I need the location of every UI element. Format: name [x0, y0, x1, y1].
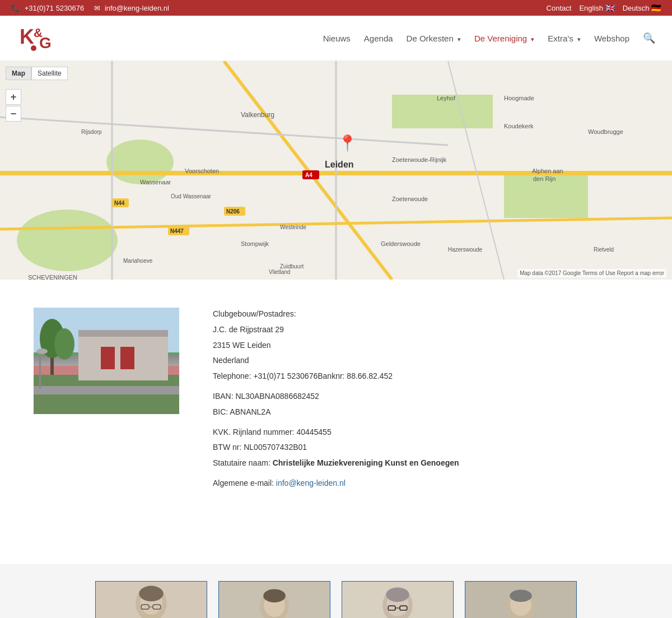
- top-bar: 📞 +31(0)71 5230676 ✉ info@keng-leiden.nl…: [0, 0, 672, 16]
- svg-text:Zoeterwoude-Rijnijk: Zoeterwoude-Rijnijk: [392, 156, 447, 163]
- person-svg-1: [96, 581, 207, 618]
- svg-rect-58: [34, 386, 179, 394]
- svg-text:Rietveld: Rietveld: [594, 247, 614, 253]
- logo-container[interactable]: K & G: [17, 21, 56, 55]
- svg-point-90: [510, 589, 532, 602]
- address-country: Nederland: [213, 354, 638, 368]
- svg-text:N206: N206: [226, 208, 240, 215]
- svg-text:Rijsdorp: Rijsdorp: [81, 129, 102, 135]
- person-card-2[interactable]: [218, 581, 330, 618]
- nav-extras[interactable]: Extra's ▾: [548, 34, 581, 43]
- content-section: Clubgebouw/Postadres: J.C. de Rijpstraat…: [0, 280, 672, 531]
- svg-text:Zoeterwoude: Zoeterwoude: [392, 196, 428, 202]
- address-postal: 2315 WE Leiden: [213, 339, 638, 352]
- iban-block: IBAN: NL30ABNA0886682452 BIC: ABNANL2A: [213, 390, 638, 419]
- kvk-block: KVK. Rijnland nummer: 40445455 BTW nr: N…: [213, 426, 638, 470]
- chevron-down-icon: ▾: [531, 36, 534, 43]
- chevron-down-icon: ▾: [577, 36, 581, 43]
- building-image: [34, 308, 179, 414]
- svg-point-75: [263, 589, 286, 602]
- svg-text:Stompwijk: Stompwijk: [241, 240, 269, 247]
- map-background: A4 N206 N447 N44 Leiden Valkenburg Wasse…: [0, 61, 672, 280]
- address-telephone: Telephone: +31(0)71 5230676Banknr: 88.66…: [213, 370, 638, 383]
- statutory-line: Statutaire naam: Christelijke Muziekvere…: [213, 457, 638, 470]
- svg-text:Koudekerk: Koudekerk: [504, 123, 534, 129]
- bic-line: BIC: ABNANL2A: [213, 406, 638, 419]
- svg-text:Gelderswoude: Gelderswoude: [381, 240, 421, 247]
- person-photo-4: [465, 582, 576, 618]
- person-photo-2: [219, 582, 330, 618]
- svg-point-3: [31, 45, 36, 51]
- email-line: Algemene e-mail: info@keng-leiden.nl: [213, 477, 638, 490]
- svg-text:Woudbrugge: Woudbrugge: [588, 128, 623, 135]
- address-heading: Clubgebouw/Postadres:: [213, 308, 638, 321]
- main-header: K & G Nieuws Agenda De Orkesten ▾ De Ver…: [0, 16, 672, 61]
- top-bar-left: 📞 +31(0)71 5230676 ✉ info@keng-leiden.nl: [11, 4, 169, 12]
- nav-agenda[interactable]: Agenda: [364, 34, 393, 43]
- contact-link[interactable]: Contact: [547, 4, 572, 12]
- email-block: Algemene e-mail: info@keng-leiden.nl: [213, 477, 638, 490]
- svg-rect-52: [101, 347, 115, 369]
- map-location-pin: 📍: [338, 134, 357, 152]
- phone-contact[interactable]: 📞 +31(0)71 5230676: [11, 4, 84, 12]
- nav-nieuws[interactable]: Nieuws: [323, 34, 351, 43]
- svg-text:K: K: [20, 25, 34, 48]
- svg-text:den Rijn: den Rijn: [533, 175, 556, 182]
- deutsch-flag-icon: 🇩🇪: [651, 3, 661, 12]
- phone-icon: 📞: [11, 4, 20, 12]
- svg-text:Alphen aan: Alphen aan: [532, 168, 563, 174]
- person-card-3[interactable]: [342, 581, 454, 618]
- svg-point-81: [386, 587, 409, 602]
- search-button[interactable]: 🔍: [643, 32, 655, 44]
- svg-text:A4: A4: [305, 172, 312, 178]
- building-svg: [34, 308, 179, 414]
- email-contact[interactable]: ✉ info@keng-leiden.nl: [94, 4, 169, 12]
- svg-text:Oud Wassenaar: Oud Wassenaar: [171, 193, 212, 199]
- svg-rect-53: [120, 347, 134, 369]
- english-flag-icon: 🇬🇧: [605, 3, 615, 12]
- svg-rect-54: [78, 330, 168, 337]
- kvk-line: KVK. Rijnland nummer: 40445455: [213, 426, 638, 439]
- person-svg-4: [465, 581, 576, 618]
- svg-text:N44: N44: [114, 200, 125, 206]
- address-street: J.C. de Rijpstraat 29: [213, 323, 638, 337]
- svg-text:Vlietland: Vlietland: [269, 269, 290, 275]
- top-bar-right: Contact English 🇬🇧 Deutsch 🇩🇪: [547, 3, 661, 12]
- svg-point-6: [17, 210, 118, 271]
- map-type-map-button[interactable]: Map: [6, 67, 31, 80]
- svg-text:N447: N447: [170, 228, 184, 234]
- site-logo: K & G: [17, 21, 56, 55]
- svg-text:SCHEVENINGEN: SCHEVENINGEN: [28, 274, 77, 280]
- chevron-down-icon: ▾: [458, 36, 461, 43]
- btw-line: BTW nr: NL005707432B01: [213, 441, 638, 454]
- person-photo-3: [342, 582, 453, 618]
- svg-text:Leyhof: Leyhof: [437, 95, 456, 101]
- main-nav: Nieuws Agenda De Orkesten ▾ De Verenigin…: [323, 32, 655, 44]
- nav-de-orkesten[interactable]: De Orkesten ▾: [407, 34, 461, 43]
- person-card-1[interactable]: [95, 581, 207, 618]
- map-attribution: Map data ©2017 Google Terms of Use Repor…: [517, 269, 666, 277]
- svg-point-60: [36, 349, 48, 354]
- email-link[interactable]: info@keng-leiden.nl: [276, 478, 346, 487]
- map-type-satellite-button[interactable]: Satellite: [31, 67, 68, 80]
- map-type-buttons: Map Satellite: [6, 67, 68, 80]
- map-zoom-out-button[interactable]: −: [6, 106, 21, 122]
- svg-text:Mariahoeve: Mariahoeve: [123, 258, 153, 264]
- nav-de-vereniging[interactable]: De Vereniging ▾: [474, 34, 534, 43]
- map-svg: A4 N206 N447 N44 Leiden Valkenburg Wasse…: [0, 61, 672, 280]
- map-zoom-in-button[interactable]: +: [6, 89, 21, 105]
- spacer: [0, 531, 672, 564]
- person-card-4[interactable]: [465, 581, 577, 618]
- english-link[interactable]: English 🇬🇧: [579, 3, 614, 12]
- svg-text:Westeinde: Westeinde: [280, 224, 307, 230]
- deutsch-link[interactable]: Deutsch 🇩🇪: [623, 3, 661, 12]
- svg-text:Wassenaar: Wassenaar: [140, 179, 171, 185]
- svg-text:Hoogmade: Hoogmade: [504, 95, 534, 101]
- nav-webshop[interactable]: Webshop: [594, 34, 629, 43]
- svg-text:Hazerswoude: Hazerswoude: [448, 247, 483, 253]
- statutory-name: Christelijke Muziekvereniging Kunst en G…: [273, 458, 459, 467]
- email-icon: ✉: [94, 4, 100, 12]
- iban-line: IBAN: NL30ABNA0886682452: [213, 390, 638, 403]
- person-svg-2: [219, 581, 330, 618]
- svg-point-57: [54, 328, 74, 360]
